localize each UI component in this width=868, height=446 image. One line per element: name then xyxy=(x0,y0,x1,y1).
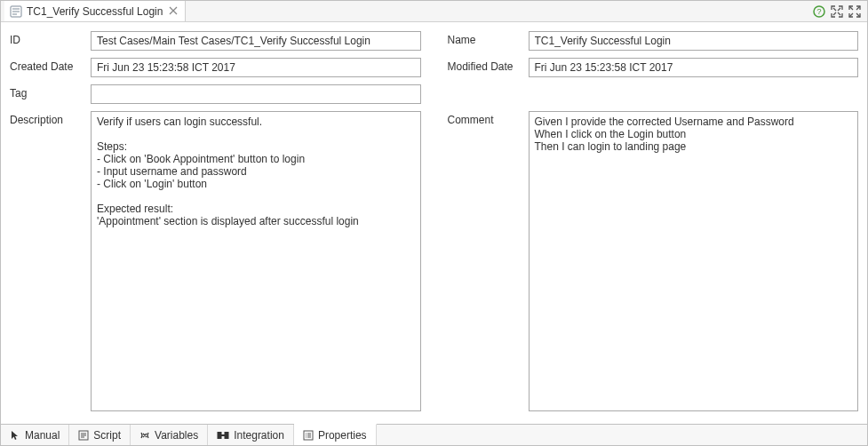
description-label: Description xyxy=(10,111,85,411)
tag-label: Tag xyxy=(10,84,85,104)
svg-line-11 xyxy=(838,12,840,15)
close-tab-icon[interactable] xyxy=(167,6,179,17)
tab-properties-label: Properties xyxy=(318,429,367,442)
script-icon xyxy=(78,430,89,441)
comment-label: Comment xyxy=(448,111,523,411)
description-field[interactable] xyxy=(92,112,420,410)
modified-date-field[interactable] xyxy=(529,58,859,77)
editor-tab[interactable]: TC1_Verify Successful Login xyxy=(4,1,186,21)
svg-line-9 xyxy=(838,8,840,11)
left-column: ID Created Date Tag Description xyxy=(10,31,421,417)
svg-line-8 xyxy=(833,8,836,11)
spacer-label xyxy=(448,84,523,104)
editor-titlebar: TC1_Verify Successful Login ? xyxy=(1,1,867,22)
tab-variables[interactable]: Variables xyxy=(131,425,208,445)
id-label: ID xyxy=(10,31,85,51)
cursor-icon xyxy=(10,430,20,441)
variables-icon xyxy=(139,430,150,441)
svg-text:?: ? xyxy=(816,7,821,16)
properties-form: ID Created Date Tag Description Name Mod… xyxy=(1,22,867,424)
svg-line-10 xyxy=(833,12,836,15)
comment-wrap xyxy=(529,111,859,411)
tab-script-label: Script xyxy=(93,429,121,442)
minimize-view-icon[interactable] xyxy=(828,3,846,20)
spacer-cell xyxy=(529,84,859,104)
right-column: Name Modified Date Comment xyxy=(448,31,859,417)
tab-script[interactable]: Script xyxy=(69,425,131,445)
tab-integration[interactable]: Integration xyxy=(208,425,294,445)
description-wrap xyxy=(91,111,421,411)
comment-field[interactable] xyxy=(530,112,858,410)
maximize-view-icon[interactable] xyxy=(846,3,864,20)
help-icon[interactable]: ? xyxy=(810,3,828,20)
testcase-icon xyxy=(10,5,22,18)
svg-rect-21 xyxy=(225,432,229,439)
svg-rect-22 xyxy=(221,434,225,436)
editor-tab-title: TC1_Verify Successful Login xyxy=(27,5,163,18)
tab-integration-label: Integration xyxy=(234,429,284,442)
svg-rect-20 xyxy=(218,432,222,439)
tab-manual-label: Manual xyxy=(25,429,60,442)
tag-field[interactable] xyxy=(91,84,421,104)
name-label: Name xyxy=(448,31,523,51)
modified-date-label: Modified Date xyxy=(448,58,523,77)
created-date-field[interactable] xyxy=(91,58,421,77)
tab-manual[interactable]: Manual xyxy=(1,425,69,445)
tab-properties[interactable]: Properties xyxy=(294,424,377,445)
name-field[interactable] xyxy=(529,31,859,51)
bottom-tabstrip: Manual Script Variables Integration Prop… xyxy=(1,424,867,445)
integration-icon xyxy=(217,430,229,441)
created-date-label: Created Date xyxy=(10,58,85,77)
tab-variables-label: Variables xyxy=(155,429,198,442)
properties-icon xyxy=(303,430,314,441)
id-field[interactable] xyxy=(91,31,421,51)
